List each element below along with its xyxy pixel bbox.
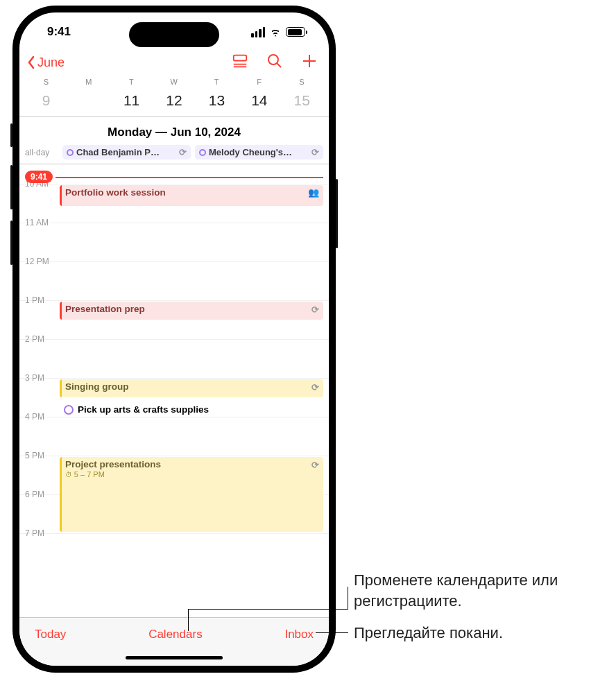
hour-label: 6 PM <box>25 490 44 499</box>
screen: 9:41 June <box>19 12 329 666</box>
event-time-range: 5 – 7 PM <box>65 470 318 478</box>
reminder-item[interactable]: Pick up arts & crafts supplies <box>60 403 323 416</box>
weekday-label: S <box>281 78 323 86</box>
repeat-icon: ⟳ <box>311 382 319 392</box>
repeat-icon: ⟳ <box>311 304 319 315</box>
weekday-label: T <box>110 78 153 86</box>
event-color-bar <box>60 457 62 532</box>
svg-line-4 <box>277 63 281 67</box>
weekday-number: 12 <box>153 89 195 112</box>
week-header[interactable]: S9M10T11W12T13F14S15 <box>19 78 329 112</box>
callout-inbox: Прегледайте покани. <box>354 623 503 644</box>
week-day-cell[interactable]: T11 <box>110 78 153 112</box>
birthday-icon <box>67 149 74 156</box>
calendar-event[interactable]: Singing group⟳ <box>60 379 323 397</box>
hour-row: 11 AM <box>19 223 329 261</box>
day-timeline[interactable]: 10 AM11 AM12 PM1 PM2 PM3 PM4 PM5 PM6 PM7… <box>19 164 329 617</box>
nav-bar: June <box>19 51 329 78</box>
allday-event-0[interactable]: Chad Benjamin P… ⟳ <box>62 145 191 159</box>
weekday-number: 9 <box>25 89 67 112</box>
callout-calendars: Променете календарите или регистрациите. <box>354 570 612 611</box>
weekday-label: M <box>67 78 110 86</box>
list-view-icon[interactable] <box>232 53 248 72</box>
weekday-label: T <box>196 78 238 86</box>
event-color-bar <box>60 302 62 320</box>
status-time: 9:41 <box>47 25 71 39</box>
svg-point-3 <box>268 55 278 64</box>
week-day-cell[interactable]: F14 <box>238 78 280 112</box>
calendar-event[interactable]: Portfolio work session👥 <box>60 185 323 206</box>
allday-event-1[interactable]: Melody Cheung's… ⟳ <box>195 145 323 159</box>
weekday-label: S <box>25 78 67 86</box>
event-title: Project presentations <box>65 459 161 469</box>
week-day-cell[interactable]: W12 <box>153 78 195 112</box>
hour-label: 5 PM <box>25 451 44 460</box>
now-indicator-pill: 9:41 <box>25 171 53 183</box>
today-button[interactable]: Today <box>35 628 66 641</box>
svg-rect-0 <box>234 55 246 61</box>
add-event-icon[interactable] <box>301 53 318 72</box>
battery-icon <box>286 27 305 37</box>
repeat-icon: ⟳ <box>311 147 319 157</box>
repeat-icon: ⟳ <box>311 460 319 470</box>
hour-label: 11 AM <box>25 218 49 227</box>
hour-label: 3 PM <box>25 373 44 383</box>
weekday-number: 10 <box>67 89 110 112</box>
date-title: Monday — Jun 10, 2024 <box>19 117 329 144</box>
week-day-cell[interactable]: T13 <box>196 78 238 112</box>
birthday-icon <box>199 149 206 156</box>
back-label: June <box>37 55 65 70</box>
repeat-icon: ⟳ <box>179 147 187 157</box>
home-indicator[interactable] <box>126 656 223 659</box>
weekday-number: 15 <box>281 89 323 112</box>
reminder-circle-icon[interactable] <box>64 405 74 415</box>
iphone-frame: 9:41 June <box>12 6 336 673</box>
hour-label: 1 PM <box>25 295 44 305</box>
weekday-number: 14 <box>238 89 280 112</box>
week-day-cell[interactable]: M10 <box>67 78 110 112</box>
hour-label: 7 PM <box>25 528 44 538</box>
event-title: Presentation prep <box>65 304 145 314</box>
calendar-event[interactable]: Project presentations5 – 7 PM⟳ <box>60 457 323 532</box>
hour-label: 4 PM <box>25 412 44 422</box>
hour-row: 12 PM <box>19 261 329 300</box>
hour-label: 2 PM <box>25 334 44 344</box>
hour-row: 7 PM <box>19 533 329 572</box>
weekday-label: F <box>238 78 280 86</box>
allday-row: all-day Chad Benjamin P… ⟳ Melody Cheung… <box>19 144 329 162</box>
hour-label: 12 PM <box>25 257 49 266</box>
search-icon[interactable] <box>266 53 283 72</box>
now-indicator-line <box>55 177 323 178</box>
event-color-bar <box>60 379 62 397</box>
weekday-number: 13 <box>196 89 238 112</box>
cellular-icon <box>251 27 265 37</box>
inbox-button[interactable]: Inbox <box>284 628 314 641</box>
event-title: Singing group <box>65 381 128 392</box>
dynamic-island <box>129 22 219 47</box>
calendars-button[interactable]: Calendars <box>148 628 203 641</box>
hour-row: 2 PM <box>19 339 329 378</box>
week-day-cell[interactable]: S15 <box>281 78 323 112</box>
weekday-number: 11 <box>110 89 153 112</box>
hour-row: 4 PM <box>19 417 329 456</box>
week-day-cell[interactable]: S9 <box>25 78 67 112</box>
weekday-label: W <box>153 78 195 86</box>
back-button[interactable]: June <box>26 55 65 70</box>
allday-label: all-day <box>25 148 58 157</box>
event-color-bar <box>60 185 62 206</box>
calendar-event[interactable]: Presentation prep⟳ <box>60 302 323 320</box>
event-title: Portfolio work session <box>65 187 166 198</box>
reminder-title: Pick up arts & crafts supplies <box>78 404 209 415</box>
wifi-icon <box>269 27 282 37</box>
attendees-icon: 👥 <box>308 187 319 198</box>
